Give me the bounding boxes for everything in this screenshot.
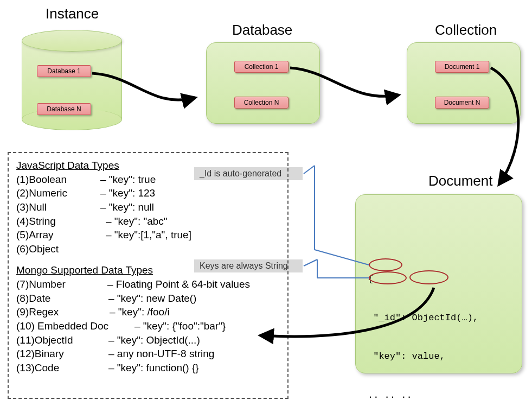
t10v: – "key": {"foo":"bar"}: [134, 320, 226, 332]
t11v: – "key": ObjectId(...): [108, 334, 200, 346]
data-types-box: JavaScript Data Types (1)Boolean– "key":…: [8, 152, 289, 399]
value-circle: [409, 270, 448, 284]
t11: (11)ObjectId: [16, 333, 108, 347]
t13v: – "key": function() {}: [108, 362, 199, 373]
collection-title: Collection: [435, 22, 497, 39]
t8v: – "key": new Date(): [108, 293, 196, 304]
t6: (6)Object: [16, 242, 280, 256]
collection-n-chip: Collection N: [234, 97, 289, 109]
t5v: – "key":[1,"a", true]: [106, 229, 191, 240]
instance-title: Instance: [46, 5, 99, 22]
t1: (1)Boolean: [16, 173, 100, 187]
t9: (9)Regex: [16, 305, 110, 319]
t5: (5)Array: [16, 228, 106, 242]
t4v: – "key": "abc": [106, 215, 168, 227]
t3: (3)Null: [16, 200, 100, 214]
pointer-key-1: [304, 259, 317, 266]
key-circle: [369, 271, 407, 284]
t3v: – "key": null: [100, 201, 154, 213]
js-types-header: JavaScript Data Types: [16, 158, 280, 173]
collection-box: [407, 42, 521, 124]
pointer-id-1: [304, 166, 315, 174]
document-title: Document: [428, 173, 493, 189]
t7v: – Floating Point & 64-bit values: [107, 278, 250, 290]
document-1-chip: Document 1: [435, 61, 489, 73]
instance-cylinder: [22, 30, 122, 130]
database-box: [206, 42, 320, 124]
doc-line-3: "key": value,: [368, 350, 478, 363]
database-1-chip: Database 1: [37, 65, 91, 77]
mongo-types-header: Mongo Supported Data Types: [16, 263, 280, 277]
t2: (2)Numeric: [16, 186, 100, 200]
document-n-chip: Document N: [435, 97, 489, 109]
collection-1-chip: Collection 1: [234, 61, 289, 73]
t8: (8)Date: [16, 291, 108, 306]
id-circle: [369, 258, 402, 271]
database-title: Database: [232, 22, 292, 39]
t10: (10) Embedded Doc: [16, 319, 134, 333]
t1v: – "key": true: [100, 174, 156, 185]
doc-line-2: "_id": ObjectId(…),: [368, 312, 478, 325]
t12: (12)Binary: [16, 347, 108, 361]
t9v: – "key": /foo/i: [110, 306, 170, 318]
t13: (13)Code: [16, 361, 108, 375]
data-types-content: JavaScript Data Types (1)Boolean– "key":…: [16, 158, 280, 375]
database-n-chip: Database N: [37, 103, 91, 115]
t4: (4)String: [16, 214, 106, 229]
t12v: – any non-UTF-8 string: [108, 348, 214, 359]
doc-line-4: .. .. ..: [368, 389, 478, 402]
t2v: – "key": 123: [100, 187, 155, 199]
t7: (7)Number: [16, 277, 107, 291]
